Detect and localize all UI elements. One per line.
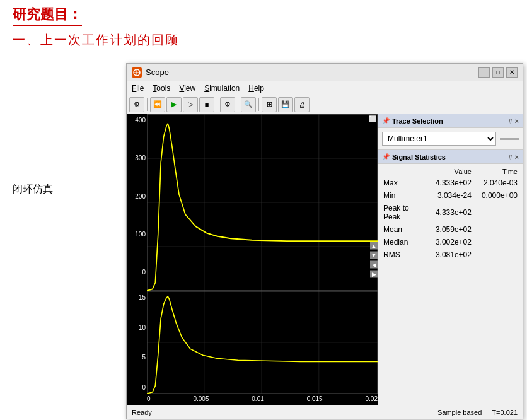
y-label-0-bottom: 0 (128, 384, 146, 391)
trace-close-btn[interactable]: × (515, 117, 519, 125)
x-label-0: 0 (147, 395, 151, 402)
toolbar-play-btn[interactable]: ▶ (166, 97, 182, 112)
stats-label-1: Min (378, 189, 431, 202)
toolbar-sep-2 (217, 98, 217, 111)
page-title: 研究题目： (13, 5, 82, 26)
stats-row-4: Median3.002e+02 (378, 236, 523, 248)
toolbar-save-btn[interactable]: 💾 (278, 97, 293, 112)
menu-help[interactable]: Help (248, 84, 264, 93)
toolbar-fit-btn[interactable]: ⊞ (262, 97, 277, 112)
stats-header-title: Signal Statistics (392, 153, 446, 161)
y-label-400: 400 (128, 117, 146, 124)
y-label-15: 15 (128, 294, 146, 301)
page-subtitle: 一、上一次工作计划的回顾 (13, 32, 179, 49)
status-right: Sample based T=0.021 (437, 409, 518, 416)
stats-time-2 (477, 202, 523, 223)
trace-pin-icon: 📌 (382, 117, 390, 124)
menu-file[interactable]: File (132, 84, 144, 93)
y-label-10: 10 (128, 324, 146, 331)
toolbar-print-btn[interactable]: 🖨 (294, 97, 310, 112)
stats-value-3: 3.059e+02 (431, 223, 477, 236)
stats-time-1: 0.000e+00 (477, 189, 523, 202)
y-label-0-top: 0 (128, 269, 146, 276)
stats-time-3 (477, 223, 523, 236)
menu-tools[interactable]: Tools (153, 84, 170, 93)
title-bar-left: Scope (132, 67, 169, 78)
signal-statistics-panel: 📌 Signal Statistics # × Value (378, 150, 523, 405)
y-label-100: 100 (128, 231, 146, 238)
arrow-left-btn[interactable]: ◀ (370, 260, 378, 268)
y-label-200: 200 (128, 193, 146, 200)
stats-time-0: 2.040e-03 (477, 177, 523, 189)
toolbar-sep-1 (147, 98, 148, 111)
toolbar-settings-btn[interactable]: ⚙ (129, 97, 144, 112)
page-title-area: 研究题目： 一、上一次工作计划的回顾 (13, 5, 179, 49)
stats-close-btn[interactable]: × (515, 153, 519, 161)
stats-row-2: Peak to Peak4.333e+02 (378, 202, 523, 223)
plot-top-expand-icon[interactable]: ⬜ (369, 115, 376, 122)
arrow-up-btn[interactable]: ▲ (370, 242, 378, 249)
toolbar-stop-btn[interactable]: ■ (199, 97, 214, 112)
status-ready: Ready (132, 409, 152, 416)
trace-panel-controls: # × (508, 117, 519, 125)
stats-value-1: 3.034e-24 (431, 189, 477, 202)
trace-selection-header: 📌 Trace Selection # × (378, 114, 523, 128)
toolbar-config-btn[interactable]: ⚙ (220, 97, 235, 112)
stats-time-5 (477, 248, 523, 261)
trace-header-left: 📌 Trace Selection (382, 117, 443, 125)
trace-color-indicator (500, 138, 519, 140)
trace-selection-panel: 📌 Trace Selection # × Multimeter1 (378, 114, 523, 150)
stats-row-5: RMS3.081e+02 (378, 248, 523, 261)
toolbar-zoom-btn[interactable]: 🔍 (241, 97, 256, 112)
maximize-button[interactable]: □ (492, 67, 504, 78)
plot-bottom-x-axis: 0 0.005 0.01 0.015 0.02 (147, 394, 378, 404)
trace-header-title: Trace Selection (392, 117, 443, 125)
scope-status-bar: Ready Sample based T=0.021 (127, 405, 523, 419)
toolbar-step-btn[interactable]: ▷ (183, 97, 198, 112)
stats-value-4: 3.002e+02 (431, 236, 477, 248)
stats-table: Value Time Max4.333e+022.040e-03Min3.034… (378, 166, 523, 261)
stats-label-3: Mean (378, 223, 431, 236)
scope-menu-bar: File Tools View Simulation Help (127, 81, 523, 95)
sample-based-label: Sample based (437, 409, 482, 416)
stats-value-2: 4.333e+02 (431, 202, 477, 223)
scope-plot-top: 400 300 200 100 0 (127, 114, 378, 291)
stats-label-0: Max (378, 177, 431, 189)
time-display: T=0.021 (492, 409, 518, 416)
trace-body: Multimeter1 (378, 128, 523, 149)
stats-row-0: Max4.333e+022.040e-03 (378, 177, 523, 189)
trace-pin-btn[interactable]: # (508, 117, 512, 125)
title-controls: — □ ✕ (478, 67, 518, 78)
stats-time-4 (477, 236, 523, 248)
x-label-0005: 0.005 (193, 395, 209, 402)
arrow-right-btn[interactable]: ▶ (370, 270, 378, 277)
stats-label-5: RMS (378, 248, 431, 261)
stats-value-0: 4.333e+02 (431, 177, 477, 189)
trace-dropdown[interactable]: Multimeter1 (382, 132, 496, 146)
close-button[interactable]: ✕ (506, 67, 518, 78)
scope-window: Scope — □ ✕ File Tools View Simulation H… (126, 63, 523, 419)
plot-top-svg (147, 114, 378, 291)
minimize-button[interactable]: — (478, 67, 490, 78)
scope-title-bar: Scope — □ ✕ (127, 64, 523, 81)
scope-plot-area: 400 300 200 100 0 (127, 114, 378, 405)
arrow-down-btn[interactable]: ▼ (370, 251, 378, 259)
left-label: 闭环仿真 (13, 183, 53, 196)
toolbar-rewind-btn[interactable]: ⏪ (150, 97, 165, 112)
plot-top-y-axis: 400 300 200 100 0 (127, 114, 147, 278)
col-label-header (378, 166, 431, 177)
panel-arrows: ▲ ▼ ◀ ▶ (370, 242, 378, 277)
scope-right-panel: 📌 Trace Selection # × Multimeter1 (378, 114, 523, 405)
menu-simulation[interactable]: Simulation (204, 84, 240, 93)
menu-view[interactable]: View (179, 84, 195, 93)
toolbar-sep-3 (238, 98, 238, 111)
plot-bottom-svg (147, 291, 378, 394)
stats-pin-icon: 📌 (382, 153, 390, 160)
stats-pin-btn[interactable]: # (508, 153, 512, 161)
stats-header-left: 📌 Signal Statistics (382, 153, 446, 161)
x-label-002: 0.02 (366, 395, 378, 402)
scope-title-text: Scope (146, 67, 169, 77)
x-label-001: 0.01 (252, 395, 264, 402)
y-label-300: 300 (128, 155, 146, 161)
toolbar-sep-4 (258, 98, 259, 111)
